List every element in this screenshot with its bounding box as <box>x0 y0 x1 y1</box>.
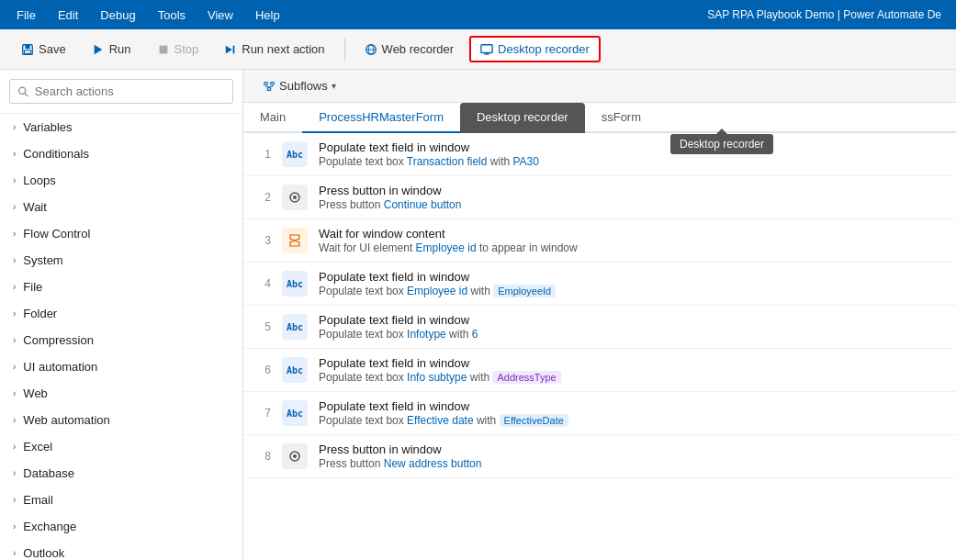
sidebar-item-outlook[interactable]: › Outlook <box>0 540 242 560</box>
step-value: 6 <box>472 328 478 341</box>
sidebar-item-label: Excel <box>23 440 52 454</box>
table-row[interactable]: 2 Press button in window Press button Co… <box>243 176 956 219</box>
sidebar-item-wait[interactable]: › Wait <box>0 194 242 220</box>
menu-debug[interactable]: Debug <box>91 5 144 26</box>
step-content: Press button in window Press button New … <box>319 442 945 470</box>
subflows-button[interactable]: Subflows ▾ <box>254 74 344 97</box>
step-link[interactable]: Info subtype <box>407 371 467 384</box>
web-recorder-button[interactable]: Web recorder <box>354 37 465 62</box>
subflows-bar: Subflows ▾ <box>243 70 956 103</box>
sidebar-item-variables[interactable]: › Variables <box>0 114 242 140</box>
step-icon: Abc <box>282 141 308 167</box>
step-desc-mid: with <box>487 155 512 168</box>
sidebar-item-label: Email <box>23 493 53 507</box>
subflows-icon <box>263 80 276 93</box>
stop-label: Stop <box>174 42 199 56</box>
menu-file[interactable]: File <box>7 5 45 26</box>
step-link[interactable]: Employee id <box>407 285 467 297</box>
table-row[interactable]: 1 Abc Populate text field in window Popu… <box>243 133 956 176</box>
save-button[interactable]: Save <box>11 37 76 62</box>
step-desc-mid: with <box>446 328 472 341</box>
step-icon: Abc <box>282 400 308 426</box>
search-input[interactable] <box>35 84 225 98</box>
chevron-icon: › <box>13 308 16 319</box>
step-number: 5 <box>254 320 271 333</box>
step-number: 8 <box>254 450 271 463</box>
menu-view[interactable]: View <box>198 5 242 26</box>
step-link[interactable]: Employee id <box>416 241 477 254</box>
sidebar-item-system[interactable]: › System <box>0 247 242 274</box>
table-row[interactable]: 8 Press button in window Press button Ne… <box>243 435 956 478</box>
step-icon <box>282 228 308 253</box>
step-link[interactable]: Transaction field <box>407 155 488 168</box>
step-icon: Abc <box>282 314 308 340</box>
step-icon <box>282 185 308 210</box>
step-desc-mid: to appear in window <box>477 241 578 254</box>
step-description: Populate text box Transaction field with… <box>319 155 945 168</box>
tab-main[interactable]: Main <box>243 103 302 133</box>
run-next-button[interactable]: Run next action <box>214 37 334 62</box>
sidebar-item-label: Exchange <box>23 520 76 533</box>
step-content: Press button in window Press button Cont… <box>319 184 945 211</box>
chevron-icon: › <box>13 229 16 239</box>
run-button[interactable]: Run <box>82 37 141 62</box>
app-title: SAP RPA Playbook Demo | Power Automate D… <box>707 8 949 21</box>
sidebar-item-file[interactable]: › File <box>0 274 242 300</box>
table-row[interactable]: 6 Abc Populate text field in window Popu… <box>243 349 956 392</box>
sidebar-item-web-automation[interactable]: › Web automation <box>0 407 242 433</box>
table-row[interactable]: 7 Abc Populate text field in window Popu… <box>243 392 956 435</box>
sidebar-item-label: Folder <box>23 307 57 320</box>
table-row[interactable]: 4 Abc Populate text field in window Popu… <box>243 263 956 306</box>
svg-rect-16 <box>271 82 275 84</box>
chevron-icon: › <box>13 442 16 452</box>
step-description: Press button Continue button <box>319 198 945 211</box>
tab-ssform[interactable]: ssForm <box>585 103 658 133</box>
svg-rect-17 <box>267 87 271 90</box>
sidebar-item-exchange[interactable]: › Exchange <box>0 513 242 540</box>
sidebar-item-email[interactable]: › Email <box>0 487 242 513</box>
run-next-icon <box>224 43 237 56</box>
sidebar-item-folder[interactable]: › Folder <box>0 300 242 327</box>
sidebar-item-compression[interactable]: › Compression <box>0 327 242 353</box>
step-link[interactable]: New address button <box>384 457 482 470</box>
sidebar-item-loops[interactable]: › Loops <box>0 167 242 194</box>
svg-point-13 <box>19 87 26 94</box>
chevron-icon: › <box>13 415 16 425</box>
sidebar-item-ui-automation[interactable]: › UI automation <box>0 353 242 380</box>
svg-rect-6 <box>233 45 235 53</box>
steps-list: 1 Abc Populate text field in window Popu… <box>243 133 956 560</box>
stop-icon <box>157 43 170 56</box>
step-link[interactable]: Infotype <box>407 328 446 341</box>
sidebar-item-conditionals[interactable]: › Conditionals <box>0 140 242 167</box>
sidebar-item-web[interactable]: › Web <box>0 380 242 407</box>
sidebar-item-label: Database <box>23 466 74 480</box>
menu-bar: File Edit Debug Tools View Help SAP RPA … <box>0 0 956 29</box>
svg-point-26 <box>293 454 297 458</box>
menu-tools[interactable]: Tools <box>149 5 195 26</box>
chevron-icon: › <box>13 149 16 159</box>
step-icon <box>282 443 308 469</box>
step-desc-prefix: Populate text box <box>319 414 407 427</box>
chevron-icon: › <box>13 468 16 478</box>
tab-process[interactable]: ProcessHRMasterForm <box>302 103 460 133</box>
stop-button[interactable]: Stop <box>147 37 209 62</box>
sidebar-item-excel[interactable]: › Excel <box>0 433 242 460</box>
step-link[interactable]: Continue button <box>384 198 462 211</box>
step-content: Populate text field in window Populate t… <box>319 399 945 427</box>
step-desc-prefix: Wait for UI element <box>319 241 416 254</box>
tab-desktop-recorder[interactable]: Desktop recorder <box>460 103 585 133</box>
sidebar-item-database[interactable]: › Database <box>0 460 242 487</box>
step-number: 1 <box>254 148 271 161</box>
menu-edit[interactable]: Edit <box>49 5 87 26</box>
sidebar-item-flow-control[interactable]: › Flow Control <box>0 220 242 247</box>
step-title: Populate text field in window <box>319 313 945 327</box>
table-row[interactable]: 5 Abc Populate text field in window Popu… <box>243 306 956 349</box>
table-row[interactable]: 3 Wait for window content Wait for UI el… <box>243 219 956 263</box>
step-title: Press button in window <box>319 184 945 197</box>
step-link[interactable]: Effective date <box>407 414 474 427</box>
sidebar-item-label: System <box>23 253 62 267</box>
step-number: 7 <box>254 407 271 420</box>
desktop-recorder-button[interactable]: Desktop recorder <box>469 36 601 62</box>
step-icon: Abc <box>282 357 308 383</box>
menu-help[interactable]: Help <box>246 5 289 26</box>
